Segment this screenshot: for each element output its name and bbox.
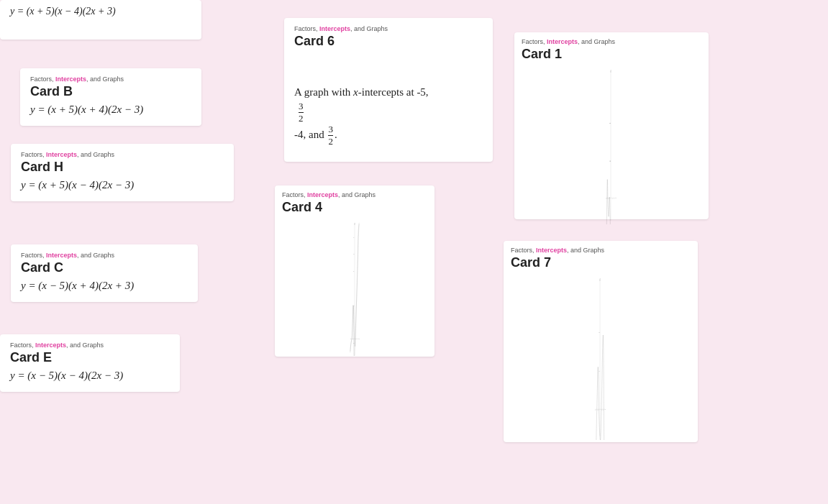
card-1: Factors, Intercepts, and Graphs Card 1 x… — [514, 32, 709, 219]
svg-text:4: 4 — [358, 339, 358, 339]
card-b: Factors, Intercepts, and Graphs Card B y… — [20, 68, 201, 126]
card-7-subtitle: Factors, Intercepts, and Graphs — [511, 247, 691, 254]
card-1-subtitle: Factors, Intercepts, and Graphs — [522, 38, 701, 45]
card-4-subtitle: Factors, Intercepts, and Graphs — [282, 191, 427, 198]
card-4: Factors, Intercepts, and Graphs Card 4 x… — [275, 185, 435, 357]
svg-text:100: 100 — [599, 332, 600, 333]
card-6-subtitle: Factors, Intercepts, and Graphs — [294, 25, 483, 32]
svg-text:y: y — [355, 223, 355, 224]
card-h-formula: y = (x + 5)(x − 4)(2x − 3) — [21, 179, 224, 191]
svg-text:4: 4 — [614, 198, 614, 199]
svg-text:x: x — [359, 339, 360, 339]
card-7-graph: x y 100 50 -50 -100 -150 -6 -4 -2 2 4 — [511, 275, 689, 440]
card-b-formula: y = (x + 5)(x + 4)(2x − 3) — [30, 104, 191, 116]
svg-text:50: 50 — [354, 306, 355, 306]
card-6-title: Card 6 — [294, 34, 483, 49]
card-e-title: Card E — [10, 350, 170, 365]
svg-text:4: 4 — [603, 410, 604, 411]
card-h-subtitle: Factors, Intercepts, and Graphs — [21, 151, 224, 158]
svg-text:-2: -2 — [609, 198, 610, 199]
svg-text:-50: -50 — [353, 237, 355, 238]
svg-text:-150: -150 — [353, 343, 355, 344]
svg-text:100: 100 — [609, 123, 611, 124]
card-b-title: Card B — [30, 84, 191, 99]
svg-text:-6: -6 — [595, 410, 596, 411]
card-4-graph: x y 100 50 -50 -100 -150 -6 -4 -2 2 4 — [282, 219, 427, 356]
svg-text:-2: -2 — [353, 339, 354, 339]
svg-text:y: y — [611, 70, 611, 70]
card-c-formula: y = (x − 5)(x + 4)(2x + 3) — [21, 280, 188, 292]
card-1-title: Card 1 — [522, 47, 701, 62]
card-b-subtitle: Factors, Intercepts, and Graphs — [30, 75, 191, 83]
card-h: Factors, Intercepts, and Graphs Card H y… — [11, 144, 234, 201]
card-7: Factors, Intercepts, and Graphs Card 7 x… — [504, 241, 698, 442]
card-7-title: Card 7 — [511, 255, 691, 270]
card-e-formula: y = (x − 5)(x − 4)(2x − 3) — [10, 370, 170, 382]
card-e-subtitle: Factors, Intercepts, and Graphs — [10, 342, 170, 349]
svg-text:-6: -6 — [606, 198, 606, 199]
card-1-graph: x y 100 50 50 100 50 -50 -100 -150 -6 -4… — [522, 66, 700, 224]
card-4-title: Card 4 — [282, 200, 427, 215]
svg-text:-100: -100 — [353, 254, 355, 255]
svg-text:-4: -4 — [607, 198, 608, 199]
svg-text:50: 50 — [599, 371, 600, 372]
card-c-title: Card C — [21, 260, 188, 275]
svg-text:-2: -2 — [599, 410, 599, 411]
card-h-title: Card H — [21, 160, 224, 175]
card-top-left: y = (x + 5)(x − 4)(2x + 3) — [0, 0, 201, 40]
svg-text:x: x — [605, 409, 606, 410]
card-6-description: A graph with x-intercepts at -5, 32 -4, … — [294, 83, 429, 147]
svg-text:2: 2 — [612, 198, 613, 199]
svg-text:2: 2 — [356, 339, 357, 339]
svg-text:y: y — [600, 278, 601, 279]
svg-text:100: 100 — [353, 271, 355, 272]
card-e: Factors, Intercepts, and Graphs Card E y… — [0, 334, 180, 392]
card-c: Factors, Intercepts, and Graphs Card C y… — [11, 244, 198, 302]
svg-text:x: x — [616, 198, 617, 198]
top-left-formula: y = (x + 5)(x − 4)(2x + 3) — [10, 6, 191, 17]
card-c-subtitle: Factors, Intercepts, and Graphs — [21, 252, 188, 259]
svg-text:-4: -4 — [596, 410, 597, 411]
